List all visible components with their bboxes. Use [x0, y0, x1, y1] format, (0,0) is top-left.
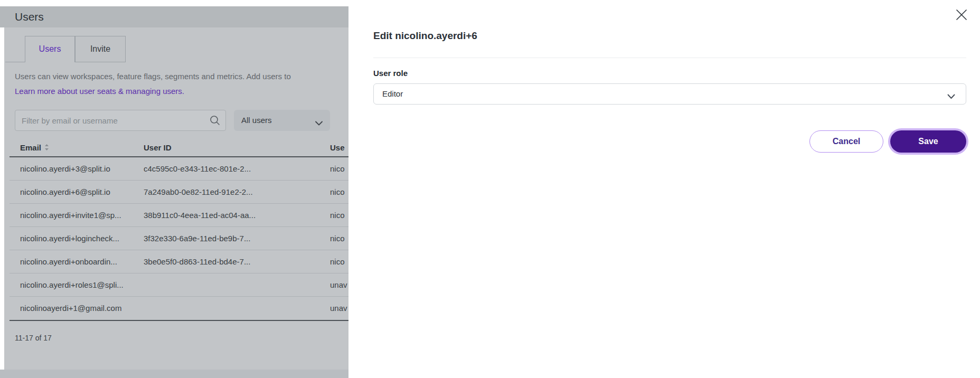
cell-email: nicolinoayerdi+1@gmail.com — [20, 297, 121, 319]
user-filter-select[interactable]: All users — [234, 110, 330, 131]
modal-title: Edit nicolino.ayerdi+6 — [373, 30, 477, 42]
table-row[interactable]: nicolino.ayerdi+3@split.io c4c595c0-e343… — [10, 157, 348, 181]
cell-user-id: 38b911c0-4eea-11ed-ac04-aa... — [144, 204, 256, 226]
modal-actions: Cancel Save — [348, 130, 980, 153]
users-page-dimmed: Users Users Invite Users can view worksp… — [0, 0, 348, 378]
column-header-email-label: Email — [20, 143, 41, 152]
filter-input[interactable] — [15, 110, 226, 131]
cell-user-id: 7a249ab0-0e82-11ed-91e2-2... — [144, 181, 253, 203]
chevron-down-icon — [315, 118, 323, 128]
user-role-select[interactable]: Editor — [373, 83, 966, 105]
page-title: Users — [15, 6, 44, 27]
cell-email: nicolino.ayerdi+logincheck... — [20, 227, 119, 250]
page-header: Users — [0, 6, 348, 27]
tab-users[interactable]: Users — [25, 36, 75, 62]
cell-username: nico — [330, 157, 345, 180]
edit-user-modal: Edit nicolino.ayerdi+6 User role Editor … — [348, 0, 980, 378]
table-row[interactable]: nicolino.ayerdi+6@split.io 7a249ab0-0e82… — [10, 181, 348, 204]
search-icon — [209, 115, 221, 126]
screen: Users Users Invite Users can view worksp… — [0, 0, 980, 378]
cell-email: nicolino.ayerdi+invite1@sp... — [20, 204, 121, 226]
page-content: Users Invite Users can view workspaces, … — [4, 27, 348, 370]
tab-baseline — [5, 62, 25, 62]
cancel-button[interactable]: Cancel — [809, 130, 883, 153]
cell-email: nicolino.ayerdi+roles1@spli... — [20, 273, 124, 296]
table-row[interactable]: nicolino.ayerdi+roles1@spli... unav — [10, 273, 348, 297]
modal-divider — [373, 58, 966, 58]
sort-up-down-icon — [44, 140, 49, 157]
table-row[interactable]: nicolino.ayerdi+logincheck... 3f32e330-6… — [10, 227, 348, 250]
tab-invite[interactable]: Invite — [75, 36, 126, 62]
users-table: Email User ID Use nicolino.ayerdi+3@spli… — [10, 139, 348, 321]
page-description: Users can view workspaces, feature flags… — [15, 72, 291, 81]
cell-user-id: 3be0e5f0-d863-11ed-bd4e-7... — [144, 250, 250, 273]
tab-bar: Users Invite — [4, 36, 348, 62]
table-header-row: Email User ID Use — [10, 139, 348, 157]
table-row[interactable]: nicolino.ayerdi+invite1@sp... 38b911c0-4… — [10, 204, 348, 227]
cell-username: nico — [330, 250, 345, 273]
filter-field-wrap — [15, 110, 226, 131]
page-bottom-strip — [0, 370, 348, 378]
cell-username: nico — [330, 181, 345, 203]
cell-username: nico — [330, 204, 345, 226]
chevron-down-icon — [947, 92, 955, 101]
user-role-label: User role — [373, 69, 408, 78]
column-header-email[interactable]: Email — [20, 139, 49, 157]
cell-username: nico — [330, 227, 345, 250]
cell-email: nicolino.ayerdi+onboardin... — [20, 250, 117, 273]
cell-user-id: c4c595c0-e343-11ec-801e-2... — [144, 157, 251, 180]
column-header-username: Use — [330, 139, 345, 156]
cell-user-id: 3f32e330-6a9e-11ed-be9b-7... — [144, 227, 250, 250]
cell-username: unav — [330, 273, 347, 296]
learn-more-link[interactable]: Learn more about user seats & managing u… — [15, 87, 184, 96]
user-filter-value: All users — [241, 110, 272, 131]
table-body: nicolino.ayerdi+3@split.io c4c595c0-e343… — [10, 157, 348, 321]
user-role-value: Editor — [382, 84, 403, 104]
cell-email: nicolino.ayerdi+6@split.io — [20, 181, 110, 203]
cell-email: nicolino.ayerdi+3@split.io — [20, 157, 110, 180]
save-button[interactable]: Save — [890, 130, 966, 153]
pagination-status: 11-17 of 17 — [15, 334, 52, 342]
table-row[interactable]: nicolinoayerdi+1@gmail.com unav — [10, 297, 348, 320]
cell-username: unav — [330, 297, 347, 319]
column-header-user-id: User ID — [144, 139, 172, 156]
table-row[interactable]: nicolino.ayerdi+onboardin... 3be0e5f0-d8… — [10, 250, 348, 273]
close-icon[interactable] — [954, 7, 969, 23]
